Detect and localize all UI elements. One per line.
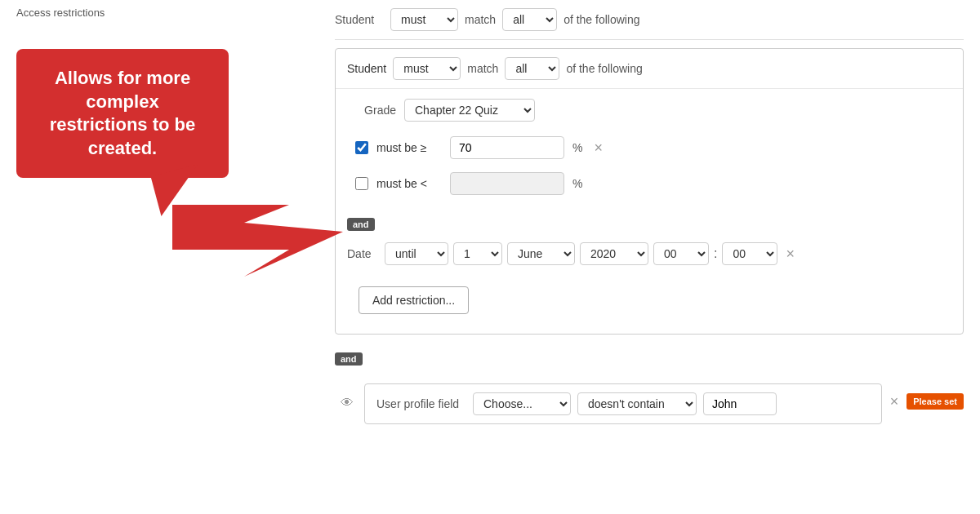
tooltip-arrow [163, 196, 343, 286]
inner-and-wrapper: and [336, 213, 963, 236]
profile-condition-select[interactable]: doesn't contain [577, 392, 697, 415]
date-day-select[interactable]: 1 [453, 242, 502, 265]
inner-all-select[interactable]: all [505, 57, 559, 80]
main-content: Student must match all of the following … [335, 0, 980, 514]
must-be-gte-row: must be ≥ % × [347, 131, 951, 164]
must-be-lt-input[interactable] [450, 172, 564, 195]
outer-and-badge: and [335, 352, 363, 366]
must-be-gte-checkbox[interactable] [355, 141, 368, 154]
outer-all-select[interactable]: all [502, 8, 557, 31]
inner-match-label: match [467, 62, 498, 75]
outer-and-row: and [335, 343, 964, 375]
inner-student-label: Student [347, 62, 386, 75]
add-restriction-button[interactable]: Add restriction... [359, 286, 469, 314]
tooltip-bubble: Allows for more complex restrictions to … [16, 49, 229, 178]
must-be-gte-percent: % [572, 141, 582, 154]
time-colon: : [714, 246, 717, 261]
nested-restriction-box: Student must match all of the following … [335, 48, 964, 335]
date-year-select[interactable]: 2020 [580, 242, 648, 265]
tooltip-text: Allows for more complex restrictions to … [50, 68, 195, 158]
grade-quiz-select[interactable]: Chapter 22 Quiz [404, 99, 535, 122]
must-be-lt-label: must be < [376, 177, 442, 190]
profile-label: User profile field [376, 397, 466, 410]
date-row: Date until 1 June 2020 00 : 00 [336, 236, 963, 272]
profile-close-button[interactable]: × [887, 394, 902, 409]
inner-must-select[interactable]: must [393, 57, 461, 80]
outer-eye-icon: 👁 [335, 392, 359, 410]
must-be-gte-input[interactable] [450, 136, 564, 159]
date-label: Date [347, 247, 380, 260]
outer-must-select[interactable]: must [390, 8, 458, 31]
access-restrictions-title: Access restrictions [16, 7, 105, 19]
must-be-gte-close-button[interactable]: × [590, 140, 606, 155]
inner-content: Grade Chapter 22 Quiz must be ≥ % × m [336, 89, 963, 213]
outer-student-label: Student [335, 13, 384, 26]
outer-following-label: of the following [564, 13, 639, 26]
inner-following-label: of the following [566, 62, 642, 75]
must-be-lt-checkbox[interactable] [355, 177, 368, 190]
date-minute-select[interactable]: 00 [722, 242, 777, 265]
must-be-lt-row: must be < % [347, 167, 951, 200]
date-close-button[interactable]: × [782, 246, 798, 261]
date-hour-select[interactable]: 00 [653, 242, 709, 265]
outer-top-row: Student must match all of the following [335, 0, 964, 40]
profile-choose-select[interactable]: Choose... [473, 392, 571, 415]
inner-and-badge: and [347, 218, 375, 231]
profile-row-wrapper: 👁 User profile field Choose... doesn't c… [335, 379, 964, 424]
svg-marker-0 [172, 205, 343, 277]
grade-row: Grade Chapter 22 Quiz [347, 99, 951, 122]
must-be-lt-percent: % [572, 177, 582, 190]
date-month-select[interactable]: June [507, 242, 575, 265]
profile-row: User profile field Choose... doesn't con… [364, 383, 882, 424]
date-type-select[interactable]: until [385, 242, 448, 265]
must-be-gte-label: must be ≥ [376, 141, 442, 154]
grade-label: Grade [355, 104, 396, 117]
please-set-badge: Please set [906, 393, 964, 410]
profile-value-input[interactable] [703, 392, 777, 415]
outer-match-label: match [465, 13, 496, 26]
inner-header-row: Student must match all of the following [336, 49, 963, 89]
add-restriction-wrapper: Add restriction... [336, 272, 963, 334]
